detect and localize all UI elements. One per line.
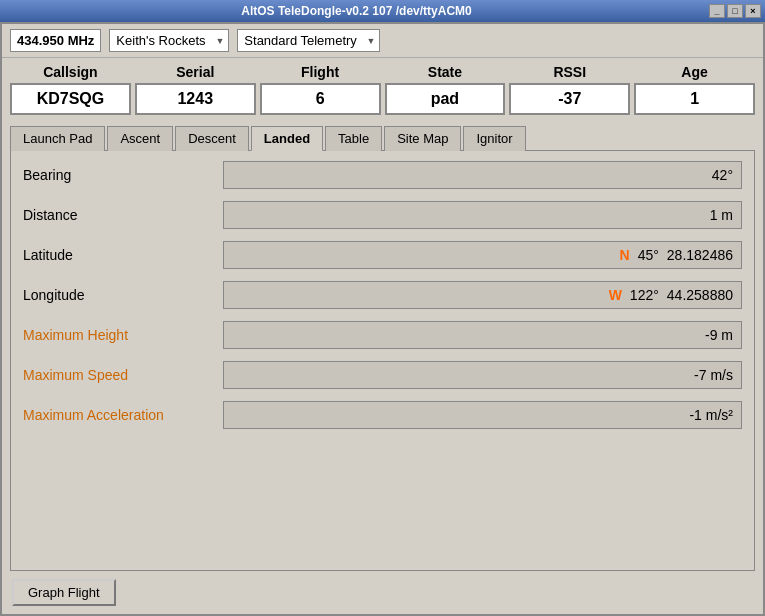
window-title: AltOS TeleDongle-v0.2 107 /dev/ttyACM0 (4, 4, 709, 18)
telemetry-mode-select[interactable]: Standard Telemetry Compact Telemetry Tel… (237, 29, 380, 52)
rssi-label: RSSI (553, 64, 586, 80)
latitude-dir: N (620, 247, 630, 263)
frequency-display: 434.950 MHz (10, 29, 101, 52)
flight-cell: Flight 6 (260, 64, 381, 115)
distance-value: 1 m (223, 201, 742, 229)
maximize-button[interactable]: □ (727, 4, 743, 18)
callsign-label: Callsign (43, 64, 97, 80)
flight-label: Flight (301, 64, 339, 80)
max-speed-label: Maximum Speed (23, 367, 223, 383)
max-speed-value: -7 m/s (223, 361, 742, 389)
age-cell: Age 1 (634, 64, 755, 115)
tab-landed[interactable]: Landed (251, 126, 323, 151)
max-height-label: Maximum Height (23, 327, 223, 343)
bearing-label: Bearing (23, 167, 223, 183)
title-bar: AltOS TeleDongle-v0.2 107 /dev/ttyACM0 _… (0, 0, 765, 22)
state-value: pad (385, 83, 506, 115)
tab-launch-pad[interactable]: Launch Pad (10, 126, 105, 151)
bottom-bar: Graph Flight (2, 571, 763, 614)
latitude-value: N 45° 28.182486 (223, 241, 742, 269)
longitude-value: W 122° 44.258880 (223, 281, 742, 309)
frequency-unit: MHz (68, 33, 95, 48)
max-height-row: Maximum Height -9 m (23, 321, 742, 349)
serial-value: 1243 (135, 83, 256, 115)
longitude-label: Longitude (23, 287, 223, 303)
latitude-label: Latitude (23, 247, 223, 263)
close-button[interactable]: × (745, 4, 761, 18)
distance-row: Distance 1 m (23, 201, 742, 229)
longitude-dir: W (609, 287, 622, 303)
longitude-row: Longitude W 122° 44.258880 (23, 281, 742, 309)
max-height-value: -9 m (223, 321, 742, 349)
serial-cell: Serial 1243 (135, 64, 256, 115)
serial-label: Serial (176, 64, 214, 80)
latitude-degrees: 45° (638, 247, 659, 263)
telemetry-mode-select-wrapper[interactable]: Standard Telemetry Compact Telemetry Tel… (237, 29, 380, 52)
content-area: Bearing 42° Distance 1 m Latitude N 45° … (10, 150, 755, 571)
window-controls[interactable]: _ □ × (709, 4, 761, 18)
graph-flight-button[interactable]: Graph Flight (12, 579, 116, 606)
tab-site-map[interactable]: Site Map (384, 126, 461, 151)
bearing-row: Bearing 42° (23, 161, 742, 189)
toolbar: 434.950 MHz Keith's Rockets Standard Tel… (2, 24, 763, 58)
latitude-row: Latitude N 45° 28.182486 (23, 241, 742, 269)
distance-label: Distance (23, 207, 223, 223)
longitude-decimal: 44.258880 (667, 287, 733, 303)
max-accel-row: Maximum Acceleration -1 m/s² (23, 401, 742, 429)
info-grid: Callsign KD7SQG Serial 1243 Flight 6 Sta… (2, 58, 763, 121)
state-label: State (428, 64, 462, 80)
max-accel-value: -1 m/s² (223, 401, 742, 429)
longitude-degrees: 122° (630, 287, 659, 303)
main-window: 434.950 MHz Keith's Rockets Standard Tel… (0, 22, 765, 616)
latitude-decimal: 28.182486 (667, 247, 733, 263)
tabs-bar: Launch Pad Ascent Descent Landed Table S… (2, 121, 763, 150)
flight-value: 6 (260, 83, 381, 115)
bearing-value: 42° (223, 161, 742, 189)
max-speed-row: Maximum Speed -7 m/s (23, 361, 742, 389)
max-accel-label: Maximum Acceleration (23, 407, 223, 423)
tab-ascent[interactable]: Ascent (107, 126, 173, 151)
tab-ignitor[interactable]: Ignitor (463, 126, 525, 151)
state-cell: State pad (385, 64, 506, 115)
rocket-name-select[interactable]: Keith's Rockets (109, 29, 229, 52)
age-value: 1 (634, 83, 755, 115)
minimize-button[interactable]: _ (709, 4, 725, 18)
age-label: Age (681, 64, 707, 80)
rssi-cell: RSSI -37 (509, 64, 630, 115)
callsign-cell: Callsign KD7SQG (10, 64, 131, 115)
rssi-value: -37 (509, 83, 630, 115)
frequency-value: 434.950 (17, 33, 64, 48)
callsign-value: KD7SQG (10, 83, 131, 115)
tab-table[interactable]: Table (325, 126, 382, 151)
tab-descent[interactable]: Descent (175, 126, 249, 151)
rocket-name-select-wrapper[interactable]: Keith's Rockets (109, 29, 229, 52)
